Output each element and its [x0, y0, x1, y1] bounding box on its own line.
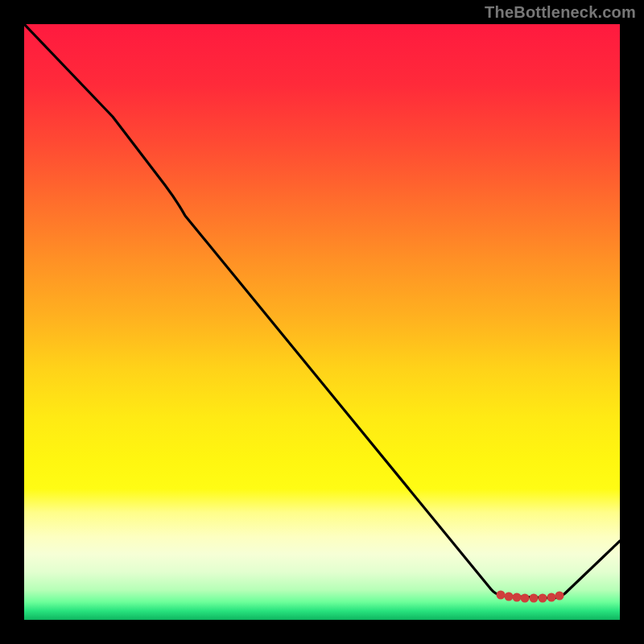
- marker-dot: [505, 592, 514, 601]
- watermark-text: TheBottleneck.com: [485, 3, 636, 22]
- marker-dot: [530, 594, 539, 603]
- marker-dot: [547, 593, 556, 602]
- marker-dot: [513, 593, 522, 602]
- marker-dot: [521, 594, 530, 603]
- curve-main: [24, 24, 620, 598]
- chart-svg: [24, 24, 620, 620]
- marker-dot: [539, 594, 547, 603]
- marker-dot: [555, 592, 564, 601]
- plot-area: [24, 24, 620, 620]
- chart-container: TheBottleneck.com: [0, 0, 644, 644]
- marker-dot: [497, 591, 506, 600]
